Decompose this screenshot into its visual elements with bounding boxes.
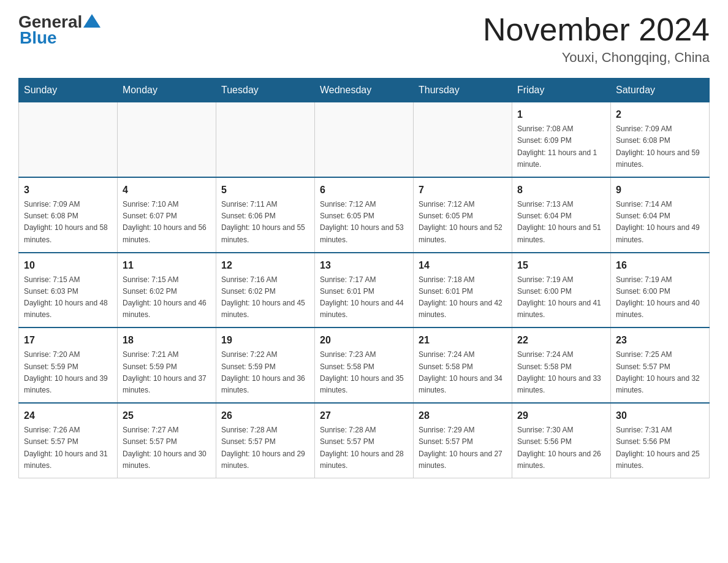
day-info: Sunrise: 7:15 AM Sunset: 6:02 PM Dayligh…: [123, 274, 211, 321]
day-number: 1: [517, 107, 605, 122]
weekday-header-thursday: Thursday: [414, 79, 512, 102]
day-number: 29: [517, 408, 605, 423]
day-info: Sunrise: 7:29 AM Sunset: 5:57 PM Dayligh…: [419, 424, 507, 472]
logo: General Blue: [18, 12, 100, 48]
day-info: Sunrise: 7:08 AM Sunset: 6:09 PM Dayligh…: [517, 123, 605, 170]
calendar-cell: [118, 102, 216, 177]
day-info: Sunrise: 7:28 AM Sunset: 5:57 PM Dayligh…: [320, 424, 408, 472]
weekday-header-wednesday: Wednesday: [315, 79, 414, 102]
day-info: Sunrise: 7:09 AM Sunset: 6:08 PM Dayligh…: [24, 199, 112, 246]
location-text: Youxi, Chongqing, China: [483, 50, 710, 66]
weekday-header-saturday: Saturday: [611, 79, 710, 102]
day-info: Sunrise: 7:20 AM Sunset: 5:59 PM Dayligh…: [24, 349, 112, 396]
calendar-cell: 27Sunrise: 7:28 AM Sunset: 5:57 PM Dayli…: [315, 403, 414, 478]
day-number: 13: [320, 258, 408, 273]
calendar-cell: [216, 102, 315, 177]
calendar-cell: 2Sunrise: 7:09 AM Sunset: 6:08 PM Daylig…: [611, 102, 710, 177]
day-info: Sunrise: 7:18 AM Sunset: 6:01 PM Dayligh…: [419, 274, 507, 321]
week-row-3: 10Sunrise: 7:15 AM Sunset: 6:03 PM Dayli…: [19, 253, 710, 328]
day-number: 12: [221, 258, 309, 273]
calendar-cell: 30Sunrise: 7:31 AM Sunset: 5:56 PM Dayli…: [611, 403, 710, 478]
day-number: 3: [24, 183, 112, 197]
day-info: Sunrise: 7:12 AM Sunset: 6:05 PM Dayligh…: [419, 199, 507, 246]
day-info: Sunrise: 7:28 AM Sunset: 5:57 PM Dayligh…: [221, 424, 309, 472]
calendar-cell: 19Sunrise: 7:22 AM Sunset: 5:59 PM Dayli…: [216, 327, 315, 403]
day-number: 25: [123, 408, 211, 423]
day-info: Sunrise: 7:21 AM Sunset: 5:59 PM Dayligh…: [123, 349, 211, 396]
calendar-cell: 12Sunrise: 7:16 AM Sunset: 6:02 PM Dayli…: [216, 253, 315, 328]
day-number: 27: [320, 408, 408, 423]
day-info: Sunrise: 7:13 AM Sunset: 6:04 PM Dayligh…: [517, 199, 605, 246]
day-number: 7: [419, 183, 507, 197]
calendar-cell: 14Sunrise: 7:18 AM Sunset: 6:01 PM Dayli…: [414, 253, 512, 328]
calendar-cell: 7Sunrise: 7:12 AM Sunset: 6:05 PM Daylig…: [414, 177, 512, 253]
calendar-cell: 5Sunrise: 7:11 AM Sunset: 6:06 PM Daylig…: [216, 177, 315, 253]
week-row-2: 3Sunrise: 7:09 AM Sunset: 6:08 PM Daylig…: [19, 177, 710, 253]
day-info: Sunrise: 7:19 AM Sunset: 6:00 PM Dayligh…: [517, 274, 605, 321]
day-info: Sunrise: 7:25 AM Sunset: 5:57 PM Dayligh…: [616, 349, 704, 396]
calendar-cell: [315, 102, 414, 177]
month-title: November 2024: [483, 12, 710, 47]
calendar-cell: 9Sunrise: 7:14 AM Sunset: 6:04 PM Daylig…: [611, 177, 710, 253]
day-number: 9: [616, 183, 704, 197]
day-number: 23: [616, 333, 704, 348]
day-info: Sunrise: 7:09 AM Sunset: 6:08 PM Dayligh…: [616, 123, 704, 170]
day-info: Sunrise: 7:23 AM Sunset: 5:58 PM Dayligh…: [320, 349, 408, 396]
calendar-cell: 6Sunrise: 7:12 AM Sunset: 6:05 PM Daylig…: [315, 177, 414, 253]
day-number: 28: [419, 408, 507, 423]
day-info: Sunrise: 7:15 AM Sunset: 6:03 PM Dayligh…: [24, 274, 112, 321]
day-number: 19: [221, 333, 309, 348]
calendar-cell: 3Sunrise: 7:09 AM Sunset: 6:08 PM Daylig…: [19, 177, 118, 253]
day-number: 20: [320, 333, 408, 348]
calendar-cell: 21Sunrise: 7:24 AM Sunset: 5:58 PM Dayli…: [414, 327, 512, 403]
calendar-cell: 28Sunrise: 7:29 AM Sunset: 5:57 PM Dayli…: [414, 403, 512, 478]
weekday-header-row: SundayMondayTuesdayWednesdayThursdayFrid…: [19, 79, 710, 102]
logo-blue-text: Blue: [20, 28, 57, 48]
day-number: 11: [123, 258, 211, 273]
week-row-5: 24Sunrise: 7:26 AM Sunset: 5:57 PM Dayli…: [19, 403, 710, 478]
weekday-header-monday: Monday: [118, 79, 216, 102]
day-number: 22: [517, 333, 605, 348]
week-row-1: 1Sunrise: 7:08 AM Sunset: 6:09 PM Daylig…: [19, 102, 710, 177]
day-number: 6: [320, 183, 408, 197]
calendar-cell: 11Sunrise: 7:15 AM Sunset: 6:02 PM Dayli…: [118, 253, 216, 328]
day-info: Sunrise: 7:19 AM Sunset: 6:00 PM Dayligh…: [616, 274, 704, 321]
weekday-header-sunday: Sunday: [19, 79, 118, 102]
logo-triangle-icon: [83, 14, 100, 28]
day-number: 18: [123, 333, 211, 348]
day-info: Sunrise: 7:10 AM Sunset: 6:07 PM Dayligh…: [123, 199, 211, 246]
day-info: Sunrise: 7:26 AM Sunset: 5:57 PM Dayligh…: [24, 424, 112, 472]
calendar-cell: 16Sunrise: 7:19 AM Sunset: 6:00 PM Dayli…: [611, 253, 710, 328]
day-number: 24: [24, 408, 112, 423]
calendar-cell: 1Sunrise: 7:08 AM Sunset: 6:09 PM Daylig…: [512, 102, 611, 177]
day-number: 14: [419, 258, 507, 273]
calendar-cell: 8Sunrise: 7:13 AM Sunset: 6:04 PM Daylig…: [512, 177, 611, 253]
day-info: Sunrise: 7:31 AM Sunset: 5:56 PM Dayligh…: [616, 424, 704, 472]
day-info: Sunrise: 7:16 AM Sunset: 6:02 PM Dayligh…: [221, 274, 309, 321]
day-info: Sunrise: 7:17 AM Sunset: 6:01 PM Dayligh…: [320, 274, 408, 321]
calendar-cell: 18Sunrise: 7:21 AM Sunset: 5:59 PM Dayli…: [118, 327, 216, 403]
weekday-header-tuesday: Tuesday: [216, 79, 315, 102]
calendar-cell: [19, 102, 118, 177]
day-number: 5: [221, 183, 309, 197]
title-section: November 2024 Youxi, Chongqing, China: [483, 12, 710, 66]
day-number: 16: [616, 258, 704, 273]
day-number: 26: [221, 408, 309, 423]
day-number: 10: [24, 258, 112, 273]
day-number: 4: [123, 183, 211, 197]
page-header: General Blue November 2024 Youxi, Chongq…: [18, 12, 710, 66]
calendar-cell: 10Sunrise: 7:15 AM Sunset: 6:03 PM Dayli…: [19, 253, 118, 328]
calendar-cell: 25Sunrise: 7:27 AM Sunset: 5:57 PM Dayli…: [118, 403, 216, 478]
calendar-cell: 15Sunrise: 7:19 AM Sunset: 6:00 PM Dayli…: [512, 253, 611, 328]
day-number: 2: [616, 107, 704, 122]
week-row-4: 17Sunrise: 7:20 AM Sunset: 5:59 PM Dayli…: [19, 327, 710, 403]
calendar-table: SundayMondayTuesdayWednesdayThursdayFrid…: [18, 78, 710, 478]
day-number: 21: [419, 333, 507, 348]
day-info: Sunrise: 7:22 AM Sunset: 5:59 PM Dayligh…: [221, 349, 309, 396]
calendar-cell: 17Sunrise: 7:20 AM Sunset: 5:59 PM Dayli…: [19, 327, 118, 403]
day-number: 17: [24, 333, 112, 348]
day-number: 30: [616, 408, 704, 423]
day-info: Sunrise: 7:12 AM Sunset: 6:05 PM Dayligh…: [320, 199, 408, 246]
calendar-cell: 29Sunrise: 7:30 AM Sunset: 5:56 PM Dayli…: [512, 403, 611, 478]
day-info: Sunrise: 7:11 AM Sunset: 6:06 PM Dayligh…: [221, 199, 309, 246]
